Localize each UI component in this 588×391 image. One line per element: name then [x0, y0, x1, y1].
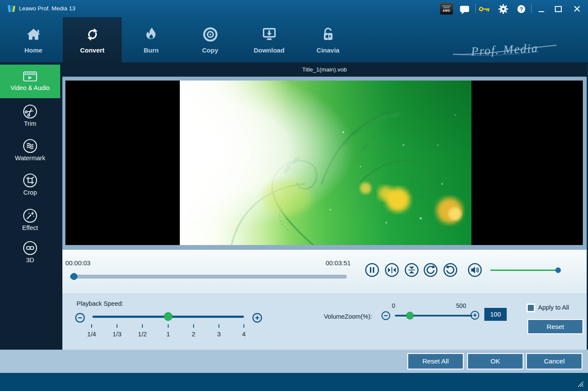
speed-increase-button[interactable] [252, 313, 262, 323]
effect-wand-icon [23, 208, 37, 223]
speed-tick [142, 324, 143, 328]
sidebar: Video & Audio Trim [0, 62, 60, 349]
tab-cinavia[interactable]: Cinavia [299, 17, 357, 62]
help-icon[interactable]: ? [517, 4, 526, 14]
watermark-waves-icon [23, 139, 37, 153]
tab-cinavia-label: Cinavia [317, 47, 339, 54]
tab-home[interactable]: Home [4, 17, 63, 62]
tab-burn[interactable]: Burn [122, 17, 181, 62]
amd-badge-label: AMD [443, 9, 450, 12]
rotate-clockwise-button[interactable] [423, 263, 438, 277]
app-window: Leawo Prof. Media 13 AMD [0, 0, 588, 391]
resize-grip[interactable] [576, 380, 584, 388]
sidebar-item-label: Crop [23, 189, 37, 196]
volume-zoom-max: 500 [453, 302, 470, 309]
current-time: 00:00:03 [65, 259, 90, 267]
volume-slider-thumb[interactable] [555, 267, 561, 273]
sidebar-item-label: Watermark [15, 155, 45, 161]
action-bar: Reset All OK Cancel [0, 350, 588, 373]
speed-tick [117, 324, 117, 328]
volume-slider[interactable] [490, 270, 556, 271]
maximize-button[interactable] [555, 6, 562, 12]
speed-decrease-button[interactable] [75, 313, 85, 323]
seek-thumb[interactable] [71, 273, 77, 280]
speed-tick [243, 324, 244, 328]
apply-to-all-checkbox-fill [528, 305, 534, 311]
reset-button[interactable]: Reset [527, 319, 583, 334]
video-filename: Title_1(main).vob [62, 62, 587, 77]
ok-button[interactable]: OK [467, 353, 523, 369]
speed-tick [91, 324, 92, 328]
tab-convert[interactable]: Convert [63, 17, 122, 62]
cinavia-unlock-mute-icon [319, 24, 337, 45]
register-key-icon[interactable] [479, 5, 490, 13]
sidebar-item-crop[interactable]: Crop [0, 173, 60, 196]
sidebar-item-label: Trim [24, 120, 36, 127]
tab-download-label: Download [254, 47, 285, 54]
tab-download[interactable]: Download [240, 17, 299, 62]
amd-badge: AMD [440, 3, 453, 15]
volume-button[interactable] [468, 263, 482, 277]
sidebar-item-label: 3D [26, 257, 34, 264]
seek-bar[interactable] [70, 275, 347, 279]
main-nav: Home Convert [0, 17, 588, 62]
volume-zoom-label: VolumeZoom(%): [324, 313, 372, 320]
sidebar-item-video-audio[interactable]: Video & Audio [0, 65, 60, 98]
playback-speed-label: Playback Speed: [77, 300, 123, 307]
video-screen: Beauty [65, 81, 583, 245]
sidebar-item-watermark[interactable]: Watermark [0, 139, 60, 161]
nav-tabs: Home Convert [4, 17, 357, 62]
speed-tick [168, 324, 169, 328]
sidebar-item-label: Effect [22, 224, 38, 231]
speed-tick-label: 1 [159, 330, 178, 338]
apply-to-all-checkbox[interactable] [526, 304, 535, 312]
window-title: Leawo Prof. Media 13 [19, 0, 75, 17]
tab-burn-label: Burn [144, 47, 159, 54]
speed-tick-label: 4 [234, 330, 253, 338]
amd-badge-line [443, 7, 449, 8]
minimize-button[interactable] [539, 11, 544, 12]
flip-horizontal-button[interactable] [385, 263, 399, 277]
volume-zoom-increase-button[interactable] [470, 310, 480, 320]
copy-disc-icon [201, 24, 219, 45]
cancel-button[interactable]: Cancel [526, 353, 582, 369]
close-button[interactable] [574, 6, 580, 12]
brand-swoosh [451, 44, 559, 57]
leawo-logo-icon [7, 4, 16, 13]
sidebar-item-3d[interactable]: 3D [0, 241, 60, 264]
rotate-counterclockwise-button[interactable] [443, 263, 458, 277]
total-duration: 00:03:51 [326, 259, 347, 267]
settings-bar: Playback Speed: 1/4 1/3 1/2 1 2 3 4 Volu… [62, 294, 587, 350]
pause-button[interactable] [365, 263, 379, 277]
speed-tick-label: 3 [209, 330, 228, 338]
download-icon [260, 24, 278, 45]
volume-zoom-value[interactable]: 100 [484, 308, 507, 321]
sidebar-item-label: Video & Audio [11, 84, 50, 91]
reset-all-button[interactable]: Reset All [407, 353, 464, 369]
speed-tick-label: 2 [184, 330, 203, 338]
tab-convert-label: Convert [80, 47, 105, 54]
volume-zoom-thumb[interactable] [406, 312, 414, 320]
speed-tick-label: 1/2 [133, 330, 152, 338]
sidebar-item-trim[interactable]: Trim [0, 104, 60, 127]
tab-copy[interactable]: Copy [181, 17, 240, 62]
speed-tick [219, 324, 219, 328]
titlebar-separator [531, 4, 532, 13]
footer [0, 373, 588, 391]
video-frame: Beauty [62, 77, 587, 250]
flip-vertical-button[interactable] [404, 263, 419, 277]
feedback-chat-icon[interactable] [459, 5, 470, 15]
speed-tick-label: 1/4 [82, 330, 101, 338]
video-audio-icon [22, 70, 38, 83]
settings-gear-icon[interactable] [498, 4, 508, 14]
amd-badge-line [442, 6, 451, 6]
volume-zoom-decrease-button[interactable] [381, 311, 391, 320]
convert-icon [83, 24, 102, 45]
sidebar-item-effect[interactable]: Effect [0, 208, 60, 231]
titlebar: Leawo Prof. Media 13 AMD [0, 0, 588, 17]
tab-home-label: Home [25, 47, 43, 54]
speed-slider-thumb[interactable] [164, 312, 172, 321]
speed-tick-label: 1/3 [108, 330, 126, 338]
tab-copy-label: Copy [202, 47, 219, 54]
speed-tick [193, 324, 194, 328]
